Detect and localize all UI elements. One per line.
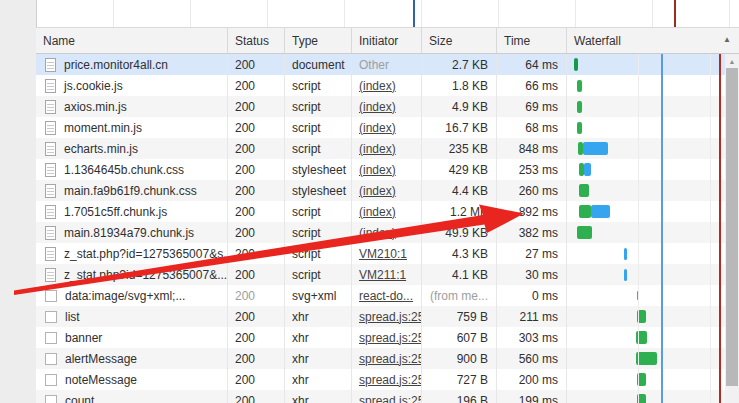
initiator-link[interactable]: VM211:1 <box>359 268 406 282</box>
cell-size: 4.4 KB <box>422 180 497 201</box>
cell-waterfall <box>567 243 739 264</box>
waterfall-bar[interactable] <box>579 205 591 218</box>
table-row[interactable]: alertMessage 200 xhr spread.js:25 900 B … <box>36 348 739 369</box>
cell-type: xhr <box>285 327 352 348</box>
column-header-wf[interactable]: Waterfall▲ <box>567 28 739 53</box>
waterfall-bar[interactable] <box>591 205 610 218</box>
table-row[interactable]: z_stat.php?id=1275365007&s... 200 script… <box>36 243 739 264</box>
cell-name: z_stat.php?id=1275365007&... <box>36 264 228 285</box>
table-row[interactable]: js.cookie.js 200 script (index) 1.8 KB 6… <box>36 75 739 96</box>
cell-type: svg+xml <box>285 285 352 306</box>
cell-type: xhr <box>285 348 352 369</box>
cell-type: script <box>285 264 352 285</box>
waterfall-bar[interactable] <box>577 122 582 134</box>
table-row[interactable]: list 200 xhr spread.js:25 759 B 211 ms <box>36 306 739 327</box>
cell-time: 260 ms <box>497 180 567 201</box>
cell-name: main.81934a79.chunk.js <box>36 222 228 243</box>
overview-domcontentloaded-marker <box>413 0 415 27</box>
waterfall-bar[interactable] <box>584 163 591 176</box>
cell-status: 200 <box>228 348 285 369</box>
request-name: banner <box>65 331 102 345</box>
table-row[interactable]: banner 200 xhr spread.js:25 607 B 303 ms <box>36 327 739 348</box>
table-row[interactable]: echarts.min.js 200 script (index) 235 KB… <box>36 138 739 159</box>
waterfall-bar[interactable] <box>624 248 627 260</box>
waterfall-bar[interactable] <box>624 269 627 281</box>
table-row[interactable]: 1.7051c5ff.chunk.js 200 script (index) 1… <box>36 201 739 222</box>
vertical-scrollbar[interactable]: ▲ <box>725 54 739 403</box>
column-header-init[interactable]: Initiator <box>352 28 422 53</box>
request-name: axios.min.js <box>64 100 127 114</box>
waterfall-bar[interactable] <box>583 142 608 155</box>
request-rows: price.monitor4all.cn 200 document Other … <box>36 54 739 403</box>
initiator-link[interactable]: (index) <box>359 100 396 114</box>
cell-time: 253 ms <box>497 159 567 180</box>
waterfall-gridline <box>638 54 639 403</box>
cell-type: stylesheet <box>285 180 352 201</box>
file-icon <box>45 290 57 302</box>
table-row[interactable]: main.fa9b61f9.chunk.css 200 stylesheet (… <box>36 180 739 201</box>
table-row[interactable]: moment.min.js 200 script (index) 16.7 KB… <box>36 117 739 138</box>
scrollbar-thumb[interactable] <box>726 68 738 386</box>
column-header-name[interactable]: Name <box>36 28 228 53</box>
table-row[interactable]: data:image/svg+xml;... 200 svg+xml react… <box>36 285 739 306</box>
column-header-time[interactable]: Time <box>497 28 567 53</box>
initiator-link[interactable]: react-do... <box>359 289 413 303</box>
document-icon <box>45 247 56 261</box>
file-icon <box>45 332 57 344</box>
initiator-link[interactable]: spread.js:25 <box>359 310 422 324</box>
cell-time: 27 ms <box>497 243 567 264</box>
initiator-link[interactable]: (index) <box>359 205 396 219</box>
table-row[interactable]: main.81934a79.chunk.js 200 script (index… <box>36 222 739 243</box>
cell-size: 4.1 KB <box>422 264 497 285</box>
table-row[interactable]: z_stat.php?id=1275365007&... 200 script … <box>36 264 739 285</box>
cell-waterfall <box>567 75 739 96</box>
cell-type: script <box>285 75 352 96</box>
timeline-overview[interactable] <box>36 0 739 28</box>
scroll-up-button[interactable]: ▲ <box>725 54 739 68</box>
cell-waterfall <box>567 54 739 75</box>
file-icon <box>45 395 57 403</box>
waterfall-bar[interactable] <box>574 58 578 71</box>
table-row[interactable]: noteMessage 200 xhr spread.js:25 727 B 2… <box>36 369 739 390</box>
initiator-link[interactable]: spread.js:25 <box>359 373 422 387</box>
load-event-line <box>719 54 721 403</box>
cell-initiator: (index) <box>352 180 422 201</box>
initiator-link[interactable]: (index) <box>359 184 396 198</box>
table-row[interactable]: price.monitor4all.cn 200 document Other … <box>36 54 739 75</box>
cell-time: 0 ms <box>497 285 567 306</box>
initiator-link[interactable]: spread.js:25 <box>359 394 422 403</box>
cell-status: 200 <box>228 264 285 285</box>
initiator-link[interactable]: spread.js:25 <box>359 331 422 345</box>
initiator-link[interactable]: (index) <box>359 121 396 135</box>
column-header-status[interactable]: Status <box>228 28 285 53</box>
column-header-size[interactable]: Size <box>422 28 497 53</box>
initiator-link[interactable]: (index) <box>359 226 396 240</box>
table-row[interactable]: 1.1364645b.chunk.css 200 stylesheet (ind… <box>36 159 739 180</box>
waterfall-bar[interactable] <box>579 184 589 197</box>
cell-status: 200 <box>228 138 285 159</box>
waterfall-bar[interactable] <box>577 101 582 113</box>
waterfall-bar[interactable] <box>577 226 592 239</box>
cell-type: script <box>285 222 352 243</box>
table-row[interactable]: axios.min.js 200 script (index) 4.9 KB 6… <box>36 96 739 117</box>
overview-load-marker <box>674 0 676 27</box>
cell-name: js.cookie.js <box>36 75 228 96</box>
cell-time: 66 ms <box>497 75 567 96</box>
cell-waterfall <box>567 327 739 348</box>
waterfall-bar[interactable] <box>636 352 657 365</box>
initiator-link[interactable]: (index) <box>359 163 396 177</box>
waterfall-bar[interactable] <box>577 80 582 92</box>
table-row[interactable]: count 200 xhr spread.js:25 196 B 199 ms <box>36 390 739 403</box>
initiator-link[interactable]: (index) <box>359 142 396 156</box>
cell-initiator: VM210:1 <box>352 243 422 264</box>
document-icon <box>45 268 56 282</box>
cell-type: script <box>285 243 352 264</box>
column-header-type[interactable]: Type <box>285 28 352 53</box>
initiator-link[interactable]: (index) <box>359 79 396 93</box>
cell-name: main.fa9b61f9.chunk.css <box>36 180 228 201</box>
initiator-link[interactable]: spread.js:25 <box>359 352 422 366</box>
cell-initiator: spread.js:25 <box>352 390 422 403</box>
initiator-link[interactable]: VM210:1 <box>359 247 407 261</box>
sort-ascending-icon[interactable]: ▲ <box>723 36 731 44</box>
cell-initiator: (index) <box>352 138 422 159</box>
